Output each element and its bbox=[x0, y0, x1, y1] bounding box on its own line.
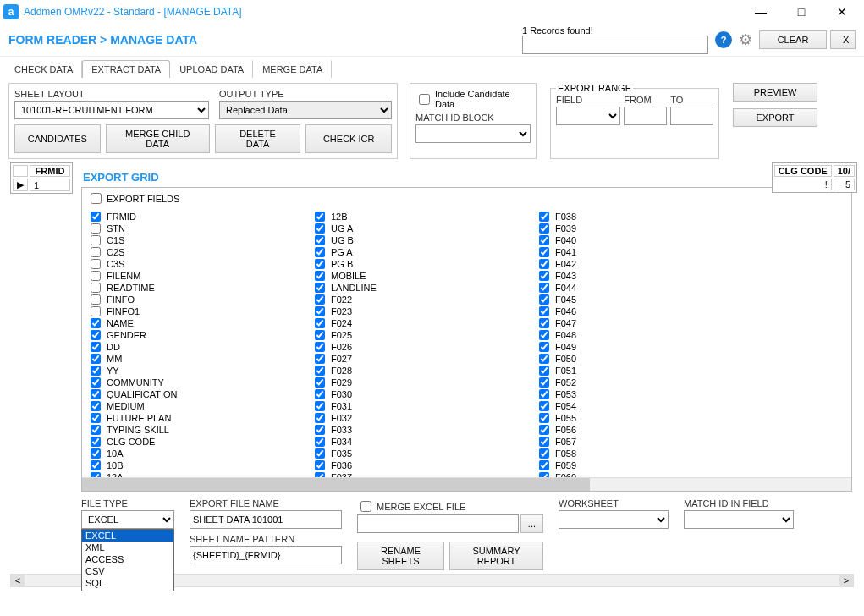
field-checkbox[interactable]: F045 bbox=[536, 294, 756, 305]
field-checkbox[interactable]: YY bbox=[87, 365, 307, 377]
field-checkbox[interactable]: 12A bbox=[87, 471, 307, 477]
check-icr-button[interactable]: CHECK ICR bbox=[305, 124, 392, 153]
export-fields-toggle[interactable] bbox=[91, 193, 102, 204]
field-checkbox[interactable]: F033 bbox=[311, 424, 531, 436]
sheet-name-pattern-input[interactable] bbox=[190, 546, 342, 564]
field-checkbox[interactable]: F044 bbox=[536, 282, 756, 294]
field-checkbox[interactable]: F029 bbox=[311, 377, 531, 388]
field-checkbox[interactable]: F060 bbox=[536, 471, 756, 477]
field-checkbox[interactable]: F036 bbox=[311, 459, 531, 471]
field-checkbox[interactable]: READTIME bbox=[87, 282, 307, 294]
field-checkbox[interactable]: F056 bbox=[536, 424, 756, 436]
preview-button[interactable]: PREVIEW bbox=[733, 83, 817, 102]
tab-check-data[interactable]: CHECK DATA bbox=[5, 60, 82, 78]
merge-excel-input[interactable] bbox=[357, 514, 519, 533]
field-checkbox[interactable]: F049 bbox=[536, 341, 756, 353]
field-checkbox[interactable]: DD bbox=[87, 341, 307, 353]
export-range-to-input[interactable] bbox=[670, 107, 713, 125]
rename-sheets-button[interactable]: RENAME SHEETS bbox=[357, 542, 444, 570]
include-candidate-checkbox[interactable] bbox=[419, 94, 430, 105]
field-checkbox[interactable]: F051 bbox=[536, 365, 756, 377]
delete-data-button[interactable]: DELETE DATA bbox=[215, 124, 301, 153]
field-checkbox[interactable]: F048 bbox=[536, 329, 756, 341]
file-type-option[interactable]: ACCESS bbox=[82, 553, 173, 565]
worksheet-select[interactable] bbox=[559, 510, 669, 529]
tab-upload-data[interactable]: UPLOAD DATA bbox=[170, 60, 253, 78]
file-type-option[interactable]: DAT FILE bbox=[82, 589, 173, 591]
export-range-field-select[interactable] bbox=[556, 107, 620, 125]
field-checkbox[interactable]: 10B bbox=[87, 459, 307, 471]
merge-child-data-button[interactable]: MERGE CHILD DATA bbox=[106, 124, 210, 153]
field-checkbox[interactable]: FINFO bbox=[87, 294, 307, 305]
field-checkbox[interactable]: 10A bbox=[87, 448, 307, 459]
field-checkbox[interactable]: F025 bbox=[311, 329, 531, 341]
maximize-button[interactable]: □ bbox=[790, 5, 813, 19]
field-checkbox[interactable]: F031 bbox=[311, 400, 531, 412]
field-checkbox[interactable]: F022 bbox=[311, 294, 531, 305]
summary-report-button[interactable]: SUMMARY REPORT bbox=[449, 542, 543, 570]
field-checkbox[interactable]: FRMID bbox=[87, 211, 307, 223]
field-checkbox[interactable]: F030 bbox=[311, 388, 531, 400]
field-checkbox[interactable]: F032 bbox=[311, 412, 531, 424]
field-checkbox[interactable]: F024 bbox=[311, 317, 531, 329]
field-checkbox[interactable]: F057 bbox=[536, 436, 756, 448]
field-checkbox[interactable]: F047 bbox=[536, 317, 756, 329]
records-found-field[interactable] bbox=[522, 36, 708, 54]
close-button[interactable]: ✕ bbox=[830, 5, 854, 19]
help-icon[interactable]: ? bbox=[715, 31, 732, 48]
merge-excel-checkbox[interactable] bbox=[360, 501, 371, 512]
field-checkbox[interactable]: FUTURE PLAN bbox=[87, 412, 307, 424]
tab-merge-data[interactable]: MERGE DATA bbox=[253, 60, 332, 78]
field-checkbox[interactable]: STN bbox=[87, 223, 307, 234]
field-checkbox[interactable]: FILENM bbox=[87, 270, 307, 282]
output-type-select[interactable]: Replaced Data bbox=[219, 101, 392, 119]
candidates-button[interactable]: CANDIDATES bbox=[14, 124, 101, 153]
minimize-button[interactable]: — bbox=[749, 5, 773, 19]
field-checkbox[interactable]: F055 bbox=[536, 412, 756, 424]
field-checkbox[interactable]: PG A bbox=[311, 246, 531, 258]
sheet-layout-select[interactable]: 101001-RECRUITMENT FORM bbox=[14, 101, 209, 119]
field-checkbox[interactable]: F053 bbox=[536, 388, 756, 400]
field-checkbox[interactable]: F037 bbox=[311, 471, 531, 477]
field-checkbox[interactable]: MM bbox=[87, 353, 307, 365]
field-checkbox[interactable]: UG B bbox=[311, 234, 531, 246]
field-checkbox[interactable]: F034 bbox=[311, 436, 531, 448]
file-type-select[interactable]: EXCEL bbox=[81, 510, 174, 529]
field-checkbox[interactable]: F043 bbox=[536, 270, 756, 282]
gear-icon[interactable]: ⚙ bbox=[737, 31, 754, 48]
field-checkbox[interactable]: MOBILE bbox=[311, 270, 531, 282]
clear-button[interactable]: CLEAR bbox=[759, 30, 827, 49]
field-checkbox[interactable]: F054 bbox=[536, 400, 756, 412]
file-type-option[interactable]: SQL bbox=[82, 577, 173, 589]
field-checkbox[interactable]: F059 bbox=[536, 459, 756, 471]
export-button[interactable]: EXPORT bbox=[733, 108, 817, 127]
field-checkbox[interactable]: C2S bbox=[87, 246, 307, 258]
file-type-option[interactable]: XML bbox=[82, 542, 173, 553]
field-checkbox[interactable]: UG A bbox=[311, 223, 531, 234]
field-checkbox[interactable]: F046 bbox=[536, 305, 756, 317]
field-checkbox[interactable]: F028 bbox=[311, 365, 531, 377]
file-type-option[interactable]: CSV bbox=[82, 565, 173, 577]
match-id-block-select[interactable] bbox=[415, 124, 531, 143]
x-button[interactable]: X bbox=[830, 30, 856, 49]
file-type-dropdown-list[interactable]: EXCELXMLACCESSCSVSQLDAT FILE bbox=[81, 529, 174, 591]
field-checkbox[interactable]: F035 bbox=[311, 448, 531, 459]
field-checkbox[interactable]: MEDIUM bbox=[87, 400, 307, 412]
field-checkbox[interactable]: TYPING SKILL bbox=[87, 424, 307, 436]
field-checkbox[interactable]: LANDLINE bbox=[311, 282, 531, 294]
field-checkbox[interactable]: F050 bbox=[536, 353, 756, 365]
match-id-field-select[interactable] bbox=[684, 510, 794, 529]
export-range-from-input[interactable] bbox=[624, 107, 667, 125]
field-checkbox[interactable]: QUALIFICATION bbox=[87, 388, 307, 400]
field-checkbox[interactable]: F038 bbox=[536, 211, 756, 223]
field-checkbox[interactable]: F058 bbox=[536, 448, 756, 459]
merge-excel-browse-button[interactable]: ... bbox=[520, 514, 543, 533]
file-type-option[interactable]: EXCEL bbox=[82, 530, 173, 542]
field-checkbox[interactable]: GENDER bbox=[87, 329, 307, 341]
field-checkbox[interactable]: COMMUNITY bbox=[87, 377, 307, 388]
field-checkbox[interactable]: F027 bbox=[311, 353, 531, 365]
field-checkbox[interactable]: C1S bbox=[87, 234, 307, 246]
field-checkbox[interactable]: PG B bbox=[311, 258, 531, 270]
field-checkbox[interactable]: F052 bbox=[536, 377, 756, 388]
field-checkbox[interactable]: F039 bbox=[536, 223, 756, 234]
